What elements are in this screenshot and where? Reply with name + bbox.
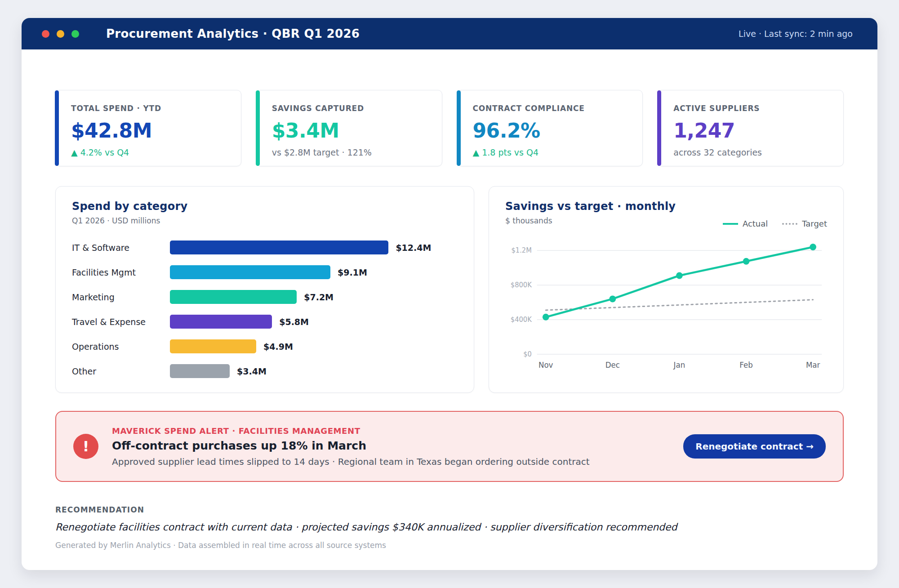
bar-chart-title: Spend by category [72, 200, 458, 213]
data-point-actual [609, 295, 616, 302]
legend-swatch [782, 223, 797, 225]
data-point-actual [676, 272, 683, 279]
kpi-card-0: TOTAL SPEND · YTD$42.8M▲ 4.2% vs Q4 [55, 90, 241, 166]
kpi-value: 96.2% [473, 119, 629, 142]
bar-value-label: $5.8M [279, 317, 309, 327]
bar-track: $5.8M [170, 315, 458, 329]
maximize-window-icon[interactable] [71, 30, 79, 38]
bar-value-label: $4.9M [263, 342, 293, 352]
alert-body: MAVERICK SPEND ALERT · FACILITIES MANAGE… [112, 426, 670, 467]
spend-by-category-panel: Spend by category Q1 2026 · USD millions… [55, 186, 474, 393]
y-axis-tick: $0 [523, 350, 532, 358]
recommendation-label: RECOMMENDATION [55, 505, 844, 514]
bar-category-label: IT & Software [72, 243, 170, 253]
bar-track: $3.4M [170, 364, 458, 378]
legend-label: Target [802, 219, 827, 228]
bar-fill [170, 290, 297, 304]
minimize-window-icon[interactable] [57, 30, 64, 38]
line-chart-subtitle: $ thousands [505, 216, 723, 225]
bar-fill [170, 241, 388, 254]
kpi-label: ACTIVE SUPPLIERS [673, 104, 830, 113]
kpi-row: TOTAL SPEND · YTD$42.8M▲ 4.2% vs Q4SAVIN… [55, 90, 844, 166]
series-line-target [546, 300, 813, 310]
kpi-card-1: SAVINGS CAPTURED$3.4Mvs $2.8M target · 1… [256, 90, 442, 166]
bar-fill [170, 364, 230, 378]
x-axis-tick: Feb [739, 361, 753, 370]
bar-chart-subtitle: Q1 2026 · USD millions [72, 216, 458, 225]
y-axis-tick: $1.2M [511, 246, 531, 254]
line-chart-header: Savings vs target · monthly $ thousands … [505, 200, 827, 228]
traffic-lights [42, 30, 79, 38]
chart-legend: ActualTarget [723, 219, 827, 228]
kpi-subtext: ▲ 1.8 pts vs Q4 [473, 147, 629, 157]
line-chart-title: Savings vs target · monthly [505, 200, 723, 213]
x-axis-tick: Mar [806, 361, 820, 370]
bar-category-label: Operations [72, 342, 170, 352]
recommendation-footer: Generated by Merlin Analytics · Data ass… [55, 541, 844, 550]
bar-row: Operations$4.9M [72, 339, 458, 353]
x-axis-tick: Dec [605, 361, 620, 370]
bar-chart: IT & Software$12.4MFacilities Mgmt$9.1MM… [72, 241, 458, 378]
renegotiate-contract-button[interactable]: Renegotiate contract → [683, 434, 826, 459]
kpi-value: 1,247 [673, 119, 830, 142]
bar-fill [170, 265, 330, 279]
alert-label: MAVERICK SPEND ALERT · FACILITIES MANAGE… [112, 426, 670, 436]
kpi-subtext: ▲ 4.2% vs Q4 [71, 147, 227, 157]
bar-row: Travel & Expense$5.8M [72, 315, 458, 329]
bar-category-label: Travel & Expense [72, 317, 170, 327]
kpi-accent-bar [256, 90, 260, 166]
charts-row: Spend by category Q1 2026 · USD millions… [55, 186, 844, 393]
kpi-accent-bar [55, 90, 59, 166]
bar-row: Other$3.4M [72, 364, 458, 378]
data-point-actual [743, 258, 750, 265]
bar-value-label: $7.2M [304, 292, 334, 302]
kpi-card-2: CONTRACT COMPLIANCE96.2%▲ 1.8 pts vs Q4 [457, 90, 643, 166]
bar-category-label: Marketing [72, 292, 170, 302]
x-axis-tick: Jan [673, 361, 685, 370]
bar-value-label: $3.4M [237, 366, 267, 376]
kpi-value: $3.4M [272, 119, 428, 142]
kpi-card-3: ACTIVE SUPPLIERS1,247across 32 categorie… [658, 90, 844, 166]
bar-track: $12.4M [170, 241, 458, 254]
bar-row: Marketing$7.2M [72, 290, 458, 304]
bar-category-label: Facilities Mgmt [72, 267, 170, 277]
sync-status: Live · Last sync: 2 min ago [739, 29, 853, 39]
window-title: Procurement Analytics · QBR Q1 2026 [106, 27, 360, 40]
kpi-label: TOTAL SPEND · YTD [71, 104, 227, 113]
line-chart: $1.2M$800K$400K$0NovDecJanFebMar [505, 232, 827, 371]
app-window: Procurement Analytics · QBR Q1 2026 Live… [22, 18, 877, 570]
maverick-spend-alert: ! MAVERICK SPEND ALERT · FACILITIES MANA… [55, 411, 844, 482]
dashboard-content: TOTAL SPEND · YTD$42.8M▲ 4.2% vs Q4SAVIN… [22, 90, 877, 550]
y-axis-tick: $400K [511, 316, 532, 324]
kpi-value: $42.8M [71, 119, 227, 142]
bar-value-label: $12.4M [396, 243, 431, 253]
alert-description: Approved supplier lead times slipped to … [112, 456, 670, 467]
alert-headline: Off-contract purchases up 18% in March [112, 439, 670, 452]
kpi-accent-bar [657, 90, 661, 166]
bar-track: $9.1M [170, 265, 458, 279]
kpi-accent-bar [457, 90, 461, 166]
recommendation-section: RECOMMENDATION Renegotiate facilities co… [55, 505, 844, 550]
kpi-subtext: vs $2.8M target · 121% [272, 147, 428, 157]
legend-item-target: Target [782, 219, 827, 228]
x-axis-tick: Nov [539, 361, 553, 370]
bar-fill [170, 315, 272, 329]
bar-row: Facilities Mgmt$9.1M [72, 265, 458, 279]
kpi-subtext: across 32 categories [673, 147, 830, 157]
exclamation-icon: ! [73, 434, 98, 459]
kpi-label: SAVINGS CAPTURED [272, 104, 428, 113]
bar-track: $4.9M [170, 339, 458, 353]
legend-label: Actual [743, 219, 768, 228]
recommendation-text: Renegotiate facilities contract with cur… [55, 521, 844, 533]
bar-row: IT & Software$12.4M [72, 241, 458, 254]
titlebar: Procurement Analytics · QBR Q1 2026 Live… [22, 18, 877, 49]
bar-category-label: Other [72, 366, 170, 376]
bar-value-label: $9.1M [338, 267, 367, 277]
series-line-actual [546, 247, 813, 317]
bar-track: $7.2M [170, 290, 458, 304]
data-point-actual [543, 314, 549, 321]
data-point-actual [810, 244, 816, 250]
close-window-icon[interactable] [42, 30, 49, 38]
savings-vs-target-panel: Savings vs target · monthly $ thousands … [489, 186, 844, 393]
y-axis-tick: $800K [511, 281, 532, 289]
